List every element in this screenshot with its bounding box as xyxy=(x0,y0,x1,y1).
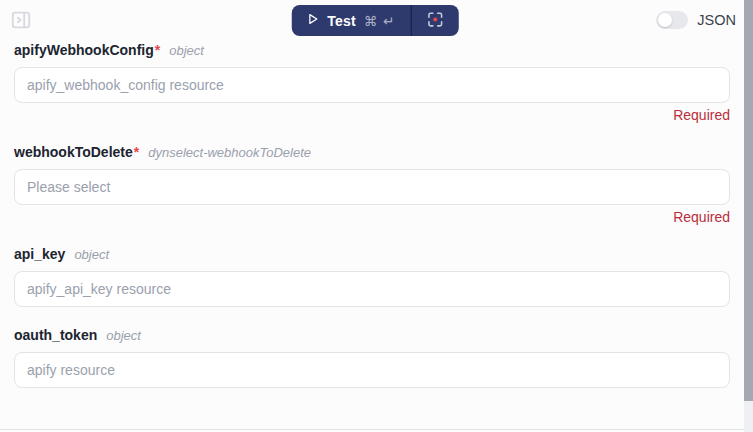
field-label-row: apifyWebhookConfig * object xyxy=(14,42,730,59)
field-label-row: webhookToDelete * dynselect-webhookToDel… xyxy=(14,144,730,161)
toggle-knob xyxy=(658,13,672,27)
field-type-hint: object xyxy=(74,247,109,262)
required-error-text: Required xyxy=(14,209,730,226)
focus-target-icon xyxy=(425,10,444,32)
required-error-text: Required xyxy=(14,107,730,124)
apifyWebhookConfig-input[interactable] xyxy=(14,67,730,103)
oauth_token-input[interactable] xyxy=(14,352,730,388)
scrollbar-thumb[interactable] xyxy=(744,0,753,401)
bottom-divider xyxy=(0,429,744,430)
test-button-label: Test xyxy=(327,13,356,29)
field-api_key: api_key object xyxy=(14,246,730,307)
required-asterisk: * xyxy=(134,144,139,160)
field-type-hint: object xyxy=(106,328,141,343)
test-button-group: Test ⌘ ↵ xyxy=(291,5,458,36)
field-apifyWebhookConfig: apifyWebhookConfig * object Required xyxy=(14,42,730,124)
webhookToDelete-select[interactable] xyxy=(14,169,730,205)
field-name: api_key xyxy=(14,246,65,262)
json-toggle-switch[interactable] xyxy=(656,11,688,29)
field-type-hint: dynselect-webhookToDelete xyxy=(148,145,311,160)
play-icon xyxy=(305,12,319,29)
field-webhookToDelete: webhookToDelete * dynselect-webhookToDel… xyxy=(14,144,730,226)
api_key-input[interactable] xyxy=(14,271,730,307)
json-toggle-label: JSON xyxy=(697,12,736,28)
test-button[interactable]: Test ⌘ ↵ xyxy=(291,5,410,36)
field-name: oauth_token xyxy=(14,327,97,343)
field-label-row: oauth_token object xyxy=(14,327,730,344)
field-name: webhookToDelete xyxy=(14,144,133,160)
vertical-scrollbar[interactable] xyxy=(744,0,753,432)
test-shortcut-hint: ⌘ ↵ xyxy=(364,13,396,29)
field-label-row: api_key object xyxy=(14,246,730,263)
field-type-hint: object xyxy=(169,43,204,58)
required-asterisk: * xyxy=(155,42,160,58)
step-settings-form: apifyWebhookConfig * object Required web… xyxy=(0,40,753,388)
field-name: apifyWebhookConfig xyxy=(14,42,154,58)
panel-toggle-button[interactable] xyxy=(9,9,33,33)
panel-toggle-icon xyxy=(10,9,32,34)
field-oauth_token: oauth_token object xyxy=(14,327,730,388)
focus-target-button[interactable] xyxy=(411,5,458,36)
test-step-panel: Test ⌘ ↵ JSON xyxy=(0,0,753,432)
topbar: Test ⌘ ↵ JSON xyxy=(0,0,753,40)
json-toggle-group: JSON xyxy=(656,11,736,29)
